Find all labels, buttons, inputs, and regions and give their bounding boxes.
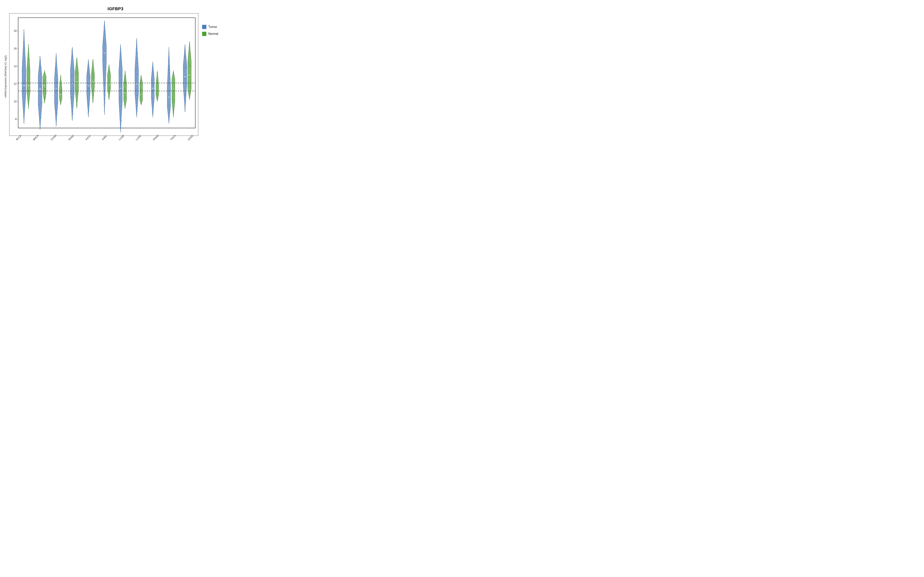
svg-rect-239 bbox=[89, 99, 89, 100]
svg-rect-237 bbox=[88, 69, 89, 69]
svg-rect-500 bbox=[173, 89, 174, 89]
svg-rect-383 bbox=[136, 99, 136, 99]
svg-rect-77 bbox=[39, 71, 39, 71]
svg-rect-428 bbox=[153, 111, 153, 111]
svg-rect-519 bbox=[184, 68, 184, 68]
svg-rect-534 bbox=[186, 95, 186, 95]
svg-rect-386 bbox=[137, 99, 137, 99]
svg-rect-487 bbox=[168, 97, 168, 98]
svg-rect-300 bbox=[109, 99, 109, 100]
plot-svg: 81012141618 bbox=[10, 13, 198, 135]
svg-rect-492 bbox=[169, 53, 169, 53]
svg-rect-62 bbox=[29, 71, 29, 71]
svg-rect-309 bbox=[108, 84, 108, 84]
svg-rect-443 bbox=[153, 62, 153, 62]
svg-rect-286 bbox=[105, 99, 105, 99]
svg-text:10: 10 bbox=[14, 100, 16, 103]
svg-rect-243 bbox=[88, 105, 88, 106]
svg-rect-489 bbox=[169, 102, 169, 102]
svg-rect-143 bbox=[56, 105, 56, 106]
svg-rect-523 bbox=[185, 63, 185, 63]
svg-text:16: 16 bbox=[14, 47, 16, 50]
svg-rect-197 bbox=[77, 73, 77, 74]
svg-rect-434 bbox=[153, 66, 153, 67]
svg-rect-384 bbox=[137, 111, 137, 112]
svg-rect-228 bbox=[89, 70, 89, 70]
svg-rect-155 bbox=[60, 84, 60, 85]
svg-rect-193 bbox=[73, 64, 73, 65]
svg-rect-283 bbox=[103, 55, 103, 55]
svg-rect-224 bbox=[89, 74, 89, 75]
svg-rect-40 bbox=[23, 113, 24, 114]
svg-rect-520 bbox=[184, 50, 184, 51]
svg-rect-223 bbox=[88, 103, 89, 103]
svg-rect-334 bbox=[120, 52, 120, 53]
svg-rect-273 bbox=[104, 52, 105, 52]
svg-rect-83 bbox=[40, 102, 41, 103]
svg-rect-478 bbox=[169, 90, 170, 91]
svg-rect-540 bbox=[186, 79, 186, 80]
svg-rect-506 bbox=[173, 110, 173, 110]
svg-rect-95 bbox=[44, 74, 44, 74]
svg-rect-445 bbox=[158, 73, 158, 73]
svg-rect-136 bbox=[55, 69, 55, 69]
svg-rect-32 bbox=[24, 41, 24, 41]
svg-rect-129 bbox=[56, 98, 57, 98]
svg-rect-303 bbox=[109, 88, 110, 89]
svg-rect-108 bbox=[44, 83, 44, 83]
svg-rect-560 bbox=[190, 65, 191, 66]
svg-rect-258 bbox=[94, 95, 94, 96]
svg-rect-379 bbox=[137, 105, 137, 106]
svg-rect-536 bbox=[186, 61, 186, 61]
svg-rect-306 bbox=[110, 89, 110, 89]
svg-rect-259 bbox=[93, 64, 94, 65]
svg-rect-399 bbox=[141, 80, 141, 80]
svg-rect-128 bbox=[56, 110, 57, 111]
svg-rect-218 bbox=[88, 79, 89, 79]
svg-rect-397 bbox=[141, 93, 141, 94]
svg-rect-220 bbox=[87, 97, 88, 98]
svg-rect-109 bbox=[44, 97, 44, 97]
svg-rect-89 bbox=[39, 119, 39, 120]
svg-rect-180 bbox=[73, 75, 73, 76]
svg-rect-539 bbox=[185, 79, 186, 79]
svg-rect-347 bbox=[125, 88, 126, 89]
svg-rect-508 bbox=[174, 88, 174, 89]
svg-rect-387 bbox=[137, 102, 137, 103]
svg-rect-131 bbox=[57, 82, 57, 82]
svg-rect-57 bbox=[27, 67, 28, 68]
svg-rect-173 bbox=[71, 74, 71, 74]
svg-rect-146 bbox=[60, 93, 60, 93]
svg-text:12: 12 bbox=[14, 82, 16, 85]
svg-rect-147 bbox=[61, 93, 61, 93]
svg-rect-186 bbox=[71, 51, 71, 52]
svg-rect-74 bbox=[40, 74, 41, 74]
legend-color-normal bbox=[202, 32, 206, 36]
svg-rect-126 bbox=[55, 66, 55, 67]
svg-rect-152 bbox=[60, 90, 60, 90]
svg-rect-398 bbox=[141, 103, 141, 104]
svg-rect-364 bbox=[125, 97, 125, 98]
chart-title: IGFBP3 bbox=[108, 6, 123, 11]
svg-rect-43 bbox=[25, 58, 25, 59]
svg-rect-170 bbox=[73, 114, 73, 114]
svg-rect-563 bbox=[190, 73, 190, 74]
svg-rect-328 bbox=[121, 75, 121, 76]
svg-rect-501 bbox=[174, 106, 174, 106]
svg-rect-341 bbox=[120, 125, 121, 126]
svg-rect-354 bbox=[125, 75, 125, 76]
svg-rect-208 bbox=[77, 94, 77, 94]
svg-rect-236 bbox=[88, 105, 88, 105]
svg-rect-296 bbox=[109, 87, 109, 88]
svg-rect-127 bbox=[56, 74, 57, 75]
svg-rect-189 bbox=[71, 50, 72, 51]
svg-rect-140 bbox=[57, 76, 57, 76]
svg-rect-413 bbox=[141, 100, 142, 101]
svg-rect-521 bbox=[186, 64, 186, 65]
svg-rect-79 bbox=[41, 86, 41, 86]
svg-rect-205 bbox=[77, 79, 78, 79]
svg-rect-264 bbox=[92, 102, 93, 103]
svg-rect-422 bbox=[152, 106, 153, 107]
svg-rect-394 bbox=[137, 75, 137, 76]
svg-rect-100 bbox=[45, 89, 45, 90]
